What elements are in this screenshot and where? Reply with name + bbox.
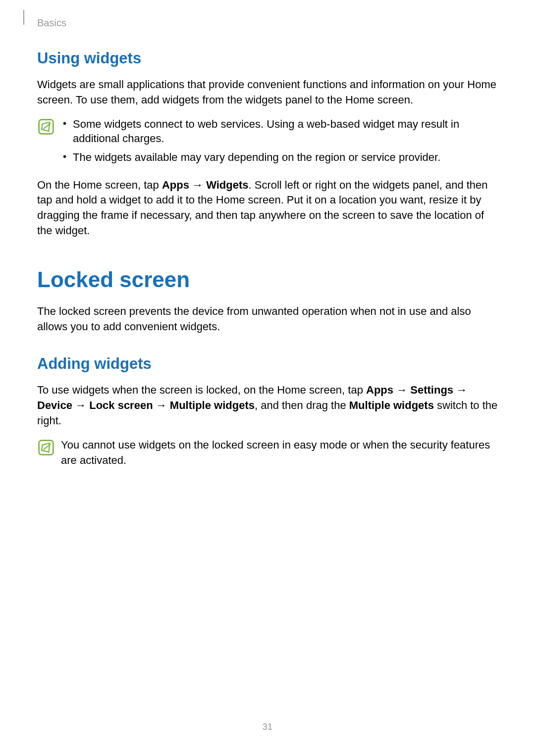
note-content: You cannot use widgets on the locked scr…	[57, 438, 498, 468]
instruction-bold: Multiple widgets	[349, 399, 434, 411]
adding-widgets-instructions: To use widgets when the screen is locked…	[37, 383, 498, 428]
header-rule	[23, 10, 24, 25]
locked-screen-heading: Locked screen	[37, 267, 498, 292]
note-bullet-item: Some widgets connect to web services. Us…	[61, 117, 498, 146]
instruction-bold: Settings	[410, 384, 453, 396]
note-block-2: You cannot use widgets on the locked scr…	[37, 438, 498, 468]
note-content: Some widgets connect to web services. Us…	[57, 117, 498, 169]
note-block-1: Some widgets connect to web services. Us…	[37, 117, 498, 169]
instruction-bold: Widgets	[206, 179, 248, 191]
instruction-text: On the Home screen, tap	[37, 179, 162, 191]
page-number: 31	[263, 722, 272, 732]
arrow-icon: →	[393, 384, 410, 396]
instruction-bold: Multiple widgets	[170, 399, 255, 411]
breadcrumb: Basics	[37, 17, 66, 29]
instruction-text: To use widgets when the screen is locked…	[37, 384, 366, 396]
instruction-bold: Device	[37, 399, 72, 411]
using-widgets-heading: Using widgets	[37, 50, 498, 67]
instruction-bold: Apps	[162, 179, 189, 191]
instruction-bold: Lock screen	[89, 399, 153, 411]
arrow-icon: →	[453, 384, 467, 396]
using-widgets-instructions: On the Home screen, tap Apps → Widgets. …	[37, 178, 498, 239]
note-icon-wrapper	[37, 439, 57, 458]
using-widgets-intro: Widgets are small applications that prov…	[37, 77, 498, 108]
instruction-text: , and then drag the	[255, 399, 349, 411]
instruction-bold: Apps	[366, 384, 393, 396]
note-bullet-list: Some widgets connect to web services. Us…	[61, 117, 498, 165]
note-icon-wrapper	[37, 118, 57, 138]
adding-widgets-heading: Adding widgets	[37, 355, 498, 373]
page-content: Using widgets Widgets are small applicat…	[0, 0, 535, 468]
note-icon	[37, 118, 55, 136]
arrow-icon: →	[153, 399, 170, 411]
note-text: You cannot use widgets on the locked scr…	[61, 438, 498, 468]
locked-screen-intro: The locked screen prevents the device fr…	[37, 304, 498, 335]
arrow-icon: →	[72, 399, 89, 411]
arrow-icon: →	[189, 179, 206, 191]
note-icon	[37, 439, 55, 456]
note-bullet-item: The widgets available may vary depending…	[61, 150, 498, 165]
